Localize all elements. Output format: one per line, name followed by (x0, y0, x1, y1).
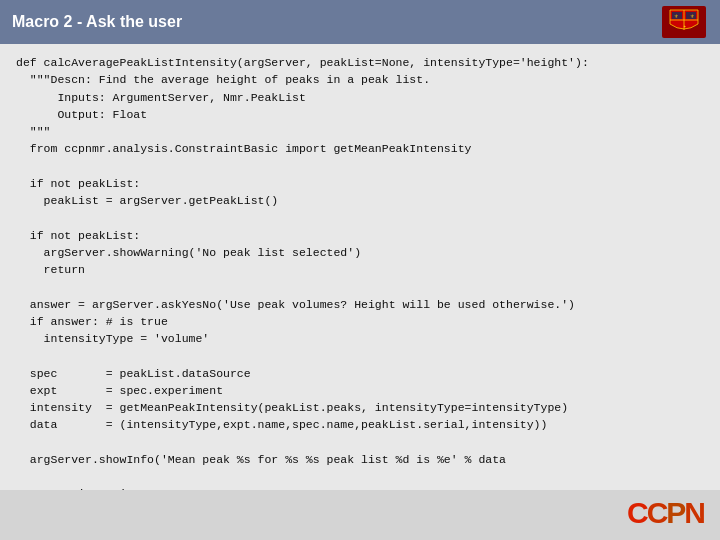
title-bar: Macro 2 - Ask the user ⚜ ⚜ ✦ (0, 0, 720, 44)
cambridge-crest-icon: ⚜ ⚜ ✦ (662, 6, 706, 38)
ccpn-logo: CCPN (627, 496, 704, 530)
code-block: def calcAveragePeakListIntensity(argServ… (16, 54, 704, 490)
bottom-bar: CCPN (0, 490, 720, 540)
svg-text:⚜: ⚜ (690, 13, 694, 19)
crest-logo: ⚜ ⚜ ✦ (660, 8, 708, 36)
window-title: Macro 2 - Ask the user (12, 13, 182, 31)
main-window: Macro 2 - Ask the user ⚜ ⚜ ✦ def calcAve… (0, 0, 720, 540)
code-content-area: def calcAveragePeakListIntensity(argServ… (0, 44, 720, 490)
svg-text:⚜: ⚜ (674, 13, 678, 19)
